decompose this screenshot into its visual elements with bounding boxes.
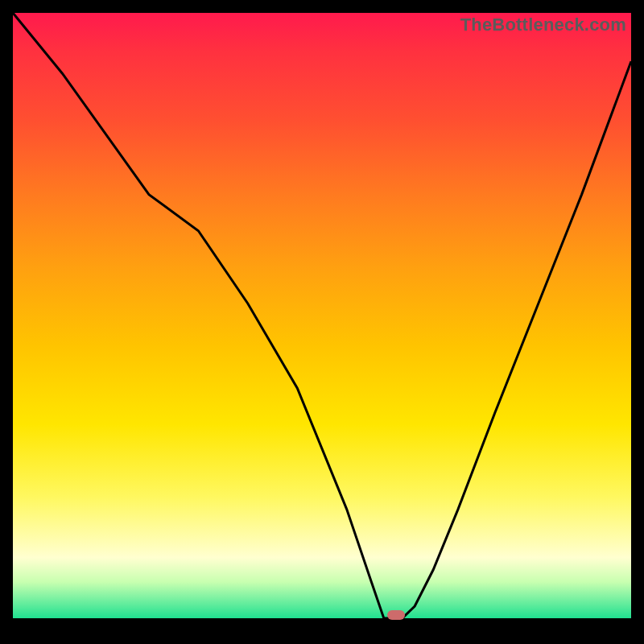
chart-frame: TheBottleneck.com <box>0 0 644 644</box>
curve-path <box>13 13 631 618</box>
bottleneck-curve <box>13 13 631 618</box>
optimal-marker <box>387 610 405 620</box>
plot-area: TheBottleneck.com <box>13 13 631 618</box>
